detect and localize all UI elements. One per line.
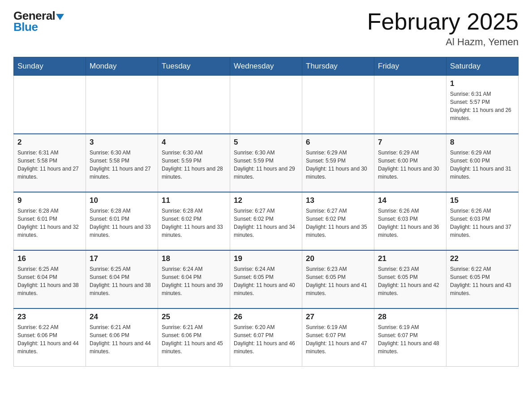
calendar-cell: 25Sunrise: 6:21 AMSunset: 6:06 PMDayligh… [158,308,230,367]
calendar-cell: 15Sunrise: 6:26 AMSunset: 6:03 PMDayligh… [446,192,519,250]
calendar-cell [374,76,446,134]
calendar-cell: 2Sunrise: 6:31 AMSunset: 5:58 PMDaylight… [14,134,86,192]
calendar-cell: 3Sunrise: 6:30 AMSunset: 5:58 PMDaylight… [86,134,158,192]
logo-triangle-icon [56,14,64,20]
day-number: 23 [17,313,82,321]
location-label: Al Hazm, Yemen [367,36,519,48]
day-number: 9 [17,196,82,205]
weekday-monday: Monday [86,57,158,76]
calendar-cell: 11Sunrise: 6:28 AMSunset: 6:02 PMDayligh… [158,192,230,250]
day-number: 22 [450,254,515,263]
weekday-wednesday: Wednesday [230,57,302,76]
calendar-cell: 14Sunrise: 6:26 AMSunset: 6:03 PMDayligh… [374,192,446,250]
calendar-cell: 8Sunrise: 6:29 AMSunset: 6:00 PMDaylight… [446,134,519,192]
day-info: Sunrise: 6:19 AMSunset: 6:07 PMDaylight:… [378,323,442,355]
day-number: 21 [378,254,442,263]
logo-blue: Blue [13,20,38,34]
calendar-cell [86,76,158,134]
calendar-row: 9Sunrise: 6:28 AMSunset: 6:01 PMDaylight… [14,192,519,250]
day-number: 8 [450,138,515,147]
calendar-cell [14,76,86,134]
calendar-cell: 7Sunrise: 6:29 AMSunset: 6:00 PMDaylight… [374,134,446,192]
weekday-tuesday: Tuesday [158,57,230,76]
calendar-cell [158,76,230,134]
day-number: 2 [17,138,82,147]
day-info: Sunrise: 6:30 AMSunset: 5:58 PMDaylight:… [90,149,154,181]
day-number: 11 [162,196,226,205]
calendar-cell: 26Sunrise: 6:20 AMSunset: 6:07 PMDayligh… [230,308,302,367]
calendar-cell: 19Sunrise: 6:24 AMSunset: 6:05 PMDayligh… [230,250,302,308]
weekday-friday: Friday [374,57,446,76]
calendar-row: 1Sunrise: 6:31 AMSunset: 5:57 PMDaylight… [14,76,519,134]
calendar-table: SundayMondayTuesdayWednesdayThursdayFrid… [13,57,519,367]
day-number: 28 [378,313,442,321]
day-info: Sunrise: 6:31 AMSunset: 5:58 PMDaylight:… [17,149,82,181]
calendar-row: 23Sunrise: 6:22 AMSunset: 6:06 PMDayligh… [14,308,519,367]
weekday-sunday: Sunday [14,57,86,76]
calendar-cell: 4Sunrise: 6:30 AMSunset: 5:59 PMDaylight… [158,134,230,192]
calendar-cell: 1Sunrise: 6:31 AMSunset: 5:57 PMDaylight… [446,76,519,134]
calendar-cell: 21Sunrise: 6:23 AMSunset: 6:05 PMDayligh… [374,250,446,308]
day-info: Sunrise: 6:27 AMSunset: 6:02 PMDaylight:… [234,207,298,239]
day-number: 24 [90,313,154,321]
day-info: Sunrise: 6:24 AMSunset: 6:05 PMDaylight:… [234,265,298,297]
day-info: Sunrise: 6:23 AMSunset: 6:05 PMDaylight:… [378,265,442,297]
day-number: 3 [90,138,154,147]
calendar-header: SundayMondayTuesdayWednesdayThursdayFrid… [14,57,519,76]
calendar-row: 2Sunrise: 6:31 AMSunset: 5:58 PMDaylight… [14,134,519,192]
day-info: Sunrise: 6:20 AMSunset: 6:07 PMDaylight:… [234,323,298,355]
day-info: Sunrise: 6:30 AMSunset: 5:59 PMDaylight:… [234,149,298,181]
day-info: Sunrise: 6:24 AMSunset: 6:04 PMDaylight:… [162,265,226,297]
day-info: Sunrise: 6:26 AMSunset: 6:03 PMDaylight:… [450,207,515,239]
calendar-cell: 27Sunrise: 6:19 AMSunset: 6:07 PMDayligh… [302,308,374,367]
day-info: Sunrise: 6:28 AMSunset: 6:01 PMDaylight:… [17,207,82,239]
calendar-cell: 12Sunrise: 6:27 AMSunset: 6:02 PMDayligh… [230,192,302,250]
calendar-cell: 22Sunrise: 6:22 AMSunset: 6:05 PMDayligh… [446,250,519,308]
calendar-row: 16Sunrise: 6:25 AMSunset: 6:04 PMDayligh… [14,250,519,308]
calendar-body: 1Sunrise: 6:31 AMSunset: 5:57 PMDaylight… [14,76,519,367]
day-info: Sunrise: 6:23 AMSunset: 6:05 PMDaylight:… [306,265,370,297]
logo[interactable]: General Blue [13,9,64,34]
day-number: 13 [306,196,370,205]
day-number: 6 [306,138,370,147]
day-info: Sunrise: 6:30 AMSunset: 5:59 PMDaylight:… [162,149,226,181]
day-number: 26 [234,313,298,321]
day-number: 19 [234,254,298,263]
calendar-cell: 24Sunrise: 6:21 AMSunset: 6:06 PMDayligh… [86,308,158,367]
calendar-cell: 10Sunrise: 6:28 AMSunset: 6:01 PMDayligh… [86,192,158,250]
calendar-cell: 5Sunrise: 6:30 AMSunset: 5:59 PMDaylight… [230,134,302,192]
day-info: Sunrise: 6:27 AMSunset: 6:02 PMDaylight:… [306,207,370,239]
page-header: General Blue February 2025 Al Hazm, Yeme… [13,9,519,48]
day-number: 16 [17,254,82,263]
day-number: 7 [378,138,442,147]
day-number: 17 [90,254,154,263]
calendar-cell: 9Sunrise: 6:28 AMSunset: 6:01 PMDaylight… [14,192,86,250]
calendar-cell: 20Sunrise: 6:23 AMSunset: 6:05 PMDayligh… [302,250,374,308]
day-number: 14 [378,196,442,205]
day-info: Sunrise: 6:26 AMSunset: 6:03 PMDaylight:… [378,207,442,239]
weekday-header-row: SundayMondayTuesdayWednesdayThursdayFrid… [14,57,519,76]
calendar-cell: 13Sunrise: 6:27 AMSunset: 6:02 PMDayligh… [302,192,374,250]
day-number: 4 [162,138,226,147]
day-info: Sunrise: 6:29 AMSunset: 6:00 PMDaylight:… [378,149,442,181]
weekday-saturday: Saturday [446,57,519,76]
day-number: 20 [306,254,370,263]
day-info: Sunrise: 6:28 AMSunset: 6:01 PMDaylight:… [90,207,154,239]
calendar-cell: 28Sunrise: 6:19 AMSunset: 6:07 PMDayligh… [374,308,446,367]
day-number: 18 [162,254,226,263]
calendar-cell [446,308,519,367]
day-info: Sunrise: 6:21 AMSunset: 6:06 PMDaylight:… [162,323,226,355]
calendar-cell [230,76,302,134]
day-info: Sunrise: 6:25 AMSunset: 6:04 PMDaylight:… [17,265,82,297]
day-number: 15 [450,196,515,205]
day-number: 10 [90,196,154,205]
day-info: Sunrise: 6:21 AMSunset: 6:06 PMDaylight:… [90,323,154,355]
day-info: Sunrise: 6:31 AMSunset: 5:57 PMDaylight:… [450,90,515,122]
day-info: Sunrise: 6:29 AMSunset: 6:00 PMDaylight:… [450,149,515,181]
day-number: 27 [306,313,370,321]
day-number: 12 [234,196,298,205]
day-number: 1 [450,79,515,88]
calendar-cell: 16Sunrise: 6:25 AMSunset: 6:04 PMDayligh… [14,250,86,308]
calendar-cell: 18Sunrise: 6:24 AMSunset: 6:04 PMDayligh… [158,250,230,308]
weekday-thursday: Thursday [302,57,374,76]
